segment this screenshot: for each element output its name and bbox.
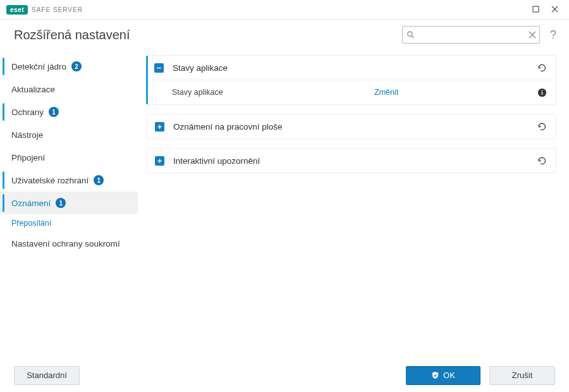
cancel-button[interactable]: Zrušit [489,366,555,385]
badge: 2 [71,61,82,71]
search-input[interactable] [403,27,539,43]
button-label: Zrušit [512,371,533,380]
header: Rozšířená nastavení ? [0,20,569,50]
brand-pill: eset [6,5,28,15]
ok-button[interactable]: OK [406,366,480,385]
brand: eset SAFE SERVER [6,5,83,15]
sidebar-sub-forwarding[interactable]: Přeposílání [0,214,138,232]
clear-icon[interactable] [529,31,536,39]
panel-interactive-alerts: Interaktivní upozornění [147,148,556,173]
help-icon: ? [550,28,556,41]
undo-button[interactable] [536,156,547,166]
sidebar-item-update[interactable]: Aktualizace [0,78,138,101]
page-title: Rozšířená nastavení [14,28,130,42]
panel-desktop-notifications: Oznámení na pracovní ploše [147,114,556,139]
panel-header[interactable]: Stavy aplikace [147,56,556,80]
undo-button[interactable] [536,121,547,132]
badge: 1 [49,107,59,117]
sidebar-item-label: Nástroje [11,130,43,140]
close-icon [551,4,558,15]
panel-title: Stavy aplikace [173,63,228,73]
shield-icon [431,371,439,379]
sidebar-item-notifications[interactable]: Oznámení 1 [0,192,138,214]
undo-button[interactable] [536,63,547,73]
undo-icon [536,156,547,166]
svg-rect-2 [157,67,161,68]
svg-point-1 [408,32,412,36]
help-button[interactable]: ? [546,28,560,42]
undo-icon [536,63,547,73]
badge: 1 [56,198,66,208]
info-button[interactable] [537,88,547,97]
change-link[interactable]: Změnit [374,88,398,97]
panel-app-states: Stavy aplikace Stavy aplikace Změnit [147,55,556,105]
footer: Standardní OK Zrušit [0,358,569,392]
panel-title: Oznámení na pracovní ploše [173,122,283,132]
square-icon [532,4,539,15]
panel-header[interactable]: Interaktivní upozornění [147,149,556,173]
collapse-icon [154,63,164,73]
sidebar-item-tools[interactable]: Nástroje [0,123,138,146]
badge: 1 [94,175,104,185]
sidebar-item-privacy[interactable]: Nastavení ochrany soukromí [0,232,138,255]
svg-point-5 [542,90,543,91]
search-field[interactable] [402,26,540,44]
sidebar-item-protection[interactable]: Ochrany 1 [0,101,138,123]
sidebar-item-label: Nastavení ochrany soukromí [11,239,120,248]
panel-header[interactable]: Oznámení na pracovní ploše [147,114,556,138]
sidebar-sub-label: Přeposílání [11,219,51,228]
svg-rect-0 [533,6,539,12]
sidebar-item-label: Aktualizace [11,85,55,94]
sidebar-item-label: Oznámení [11,199,51,208]
sidebar-item-ui[interactable]: Uživatelské rozhraní 1 [0,169,138,192]
sidebar-item-label: Uživatelské rozhraní [11,176,89,185]
sidebar-item-label: Ochrany [11,107,44,117]
info-icon [537,88,547,97]
row-label: Stavy aplikace [172,88,374,97]
svg-rect-4 [542,92,543,95]
sidebar-item-label: Detekční jádro [11,62,66,71]
window-close-button[interactable] [545,1,564,18]
main-content: Stavy aplikace Stavy aplikace Změnit [138,50,569,358]
svg-rect-7 [157,126,161,126]
brand-text: SAFE SERVER [32,6,83,13]
sidebar-item-label: Připojení [11,153,45,162]
button-label: Standardní [27,371,67,380]
expand-icon [155,156,164,166]
sidebar: Detekční jádro 2 Aktualizace Ochrany 1 N… [0,50,138,358]
default-button[interactable]: Standardní [14,366,80,385]
panel-title: Interaktivní upozornění [173,156,260,166]
sidebar-item-detection-core[interactable]: Detekční jádro 2 [0,55,138,78]
titlebar: eset SAFE SERVER [0,0,569,19]
sidebar-item-connection[interactable]: Připojení [0,146,138,169]
button-label: OK [443,371,455,380]
undo-icon [536,121,547,132]
search-icon [407,31,415,39]
window-maximize-button[interactable] [526,1,545,18]
expand-icon [155,122,164,132]
settings-row-app-states: Stavy aplikace Změnit [147,80,556,104]
svg-rect-9 [157,160,161,161]
